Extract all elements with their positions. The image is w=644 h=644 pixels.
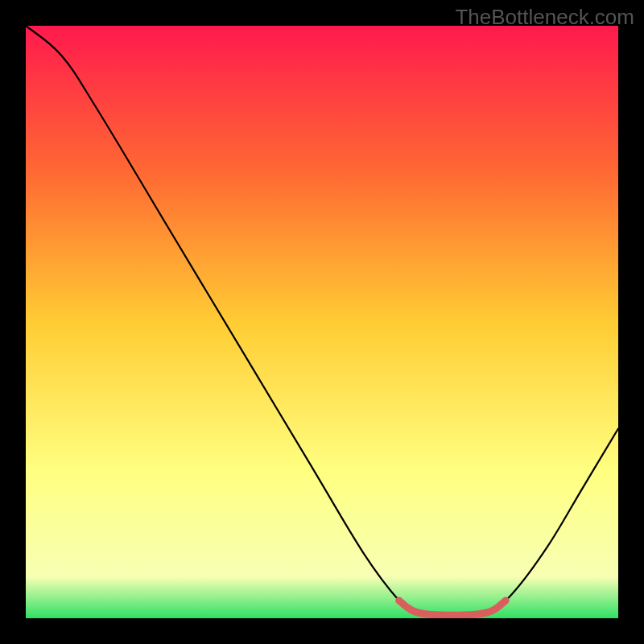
watermark-text: TheBottleneck.com — [455, 5, 634, 30]
chart-frame: TheBottleneck.com — [0, 0, 644, 644]
plot-area — [26, 26, 618, 618]
chart-svg — [26, 26, 618, 618]
gradient-background — [26, 26, 618, 618]
